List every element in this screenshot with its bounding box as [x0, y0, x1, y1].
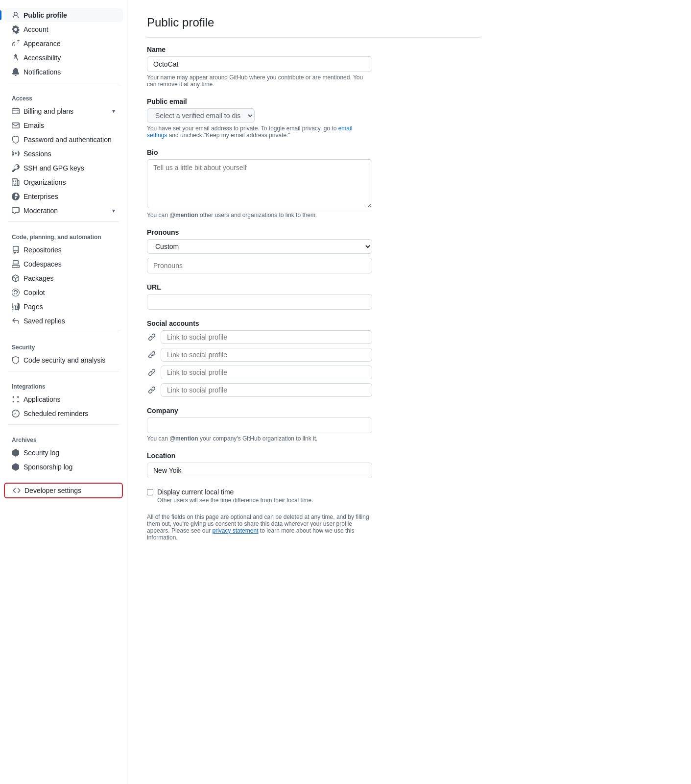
credit-card-icon	[12, 107, 20, 115]
sidebar-item-label: Accessibility	[24, 54, 61, 62]
company-mention: @mention	[169, 435, 198, 442]
sidebar-item-label: SSH and GPG keys	[24, 164, 84, 172]
bio-mention: @mention	[169, 212, 198, 219]
sidebar-item-security-log[interactable]: Security log	[4, 446, 123, 460]
url-section: URL	[147, 283, 480, 310]
person-icon	[12, 11, 20, 19]
sidebar-item-label: Copilot	[24, 289, 45, 296]
social-input-2[interactable]	[161, 348, 372, 362]
sidebar-item-label: Password and authentication	[24, 136, 112, 144]
sidebar-item-ssh-keys[interactable]: SSH and GPG keys	[4, 161, 123, 175]
sidebar-item-moderation[interactable]: Moderation ▾	[4, 204, 123, 218]
sidebar-item-notifications[interactable]: Notifications	[4, 65, 123, 79]
sidebar-divider-4	[8, 371, 119, 371]
sidebar-item-label: Security log	[24, 449, 59, 457]
shield-check-icon	[12, 356, 20, 364]
sidebar-item-copilot[interactable]: Copilot	[4, 286, 123, 299]
company-input[interactable]	[147, 417, 372, 433]
sidebar-item-pages[interactable]: Pages	[4, 300, 123, 314]
sidebar-item-label: Organizations	[24, 178, 66, 186]
local-time-hint: Other users will see the time difference…	[157, 497, 313, 504]
sidebar-item-label: Codespaces	[24, 260, 62, 268]
sidebar-item-emails[interactable]: Emails	[4, 119, 123, 132]
local-time-section: Display current local time Other users w…	[147, 488, 480, 504]
url-input[interactable]	[147, 294, 372, 310]
link-icon-1	[147, 333, 157, 341]
sidebar-item-public-profile[interactable]: Public profile	[4, 8, 123, 22]
sidebar-item-label: Account	[24, 25, 48, 33]
section-label-access: Access	[0, 87, 127, 104]
sidebar-item-label: Emails	[24, 122, 44, 129]
package-icon	[12, 274, 20, 282]
sidebar-item-account[interactable]: Account	[4, 23, 123, 36]
pronouns-label: Pronouns	[147, 228, 480, 236]
sidebar-divider	[8, 83, 119, 83]
local-time-checkbox[interactable]	[147, 489, 153, 495]
developer-settings-label: Developer settings	[24, 487, 81, 494]
privacy-statement-link[interactable]: privacy statement	[212, 527, 258, 534]
sidebar-item-label: Appearance	[24, 40, 61, 48]
name-hint: Your name may appear around GitHub where…	[147, 74, 372, 88]
globe-icon	[12, 193, 20, 200]
pronouns-section: Pronouns Custom	[147, 228, 480, 273]
sidebar-item-code-security[interactable]: Code security and analysis	[4, 353, 123, 367]
bio-textarea[interactable]	[147, 159, 372, 208]
copilot-icon	[12, 289, 20, 296]
sidebar-divider-5	[8, 424, 119, 425]
url-label: URL	[147, 283, 480, 291]
main-content: Public profile Name Your name may appear…	[127, 0, 500, 784]
company-label: Company	[147, 407, 480, 415]
sidebar-item-packages[interactable]: Packages	[4, 271, 123, 285]
sidebar-divider-2	[8, 221, 119, 222]
sidebar-item-repositories[interactable]: Repositories	[4, 243, 123, 257]
location-section: Location	[147, 452, 480, 478]
bio-section: Bio You can @mention other users and org…	[147, 148, 480, 219]
sidebar-item-organizations[interactable]: Organizations	[4, 175, 123, 189]
social-input-4[interactable]	[161, 383, 372, 397]
key-icon	[12, 164, 20, 172]
sidebar-item-scheduled-reminders[interactable]: Scheduled reminders	[4, 407, 123, 420]
social-input-1[interactable]	[161, 330, 372, 344]
public-email-label: Public email	[147, 98, 480, 105]
social-accounts-section: Social accounts	[147, 319, 480, 397]
sidebar-item-sessions[interactable]: Sessions	[4, 147, 123, 161]
sidebar-item-applications[interactable]: Applications	[4, 392, 123, 406]
billing-label: Billing and plans	[24, 107, 73, 115]
pronouns-select[interactable]: Custom	[147, 239, 372, 254]
link-icon-3	[147, 368, 157, 376]
chevron-down-icon: ▾	[112, 108, 115, 115]
email-settings-link[interactable]: email settings	[147, 125, 352, 139]
section-label-security: Security	[0, 336, 127, 353]
sidebar-item-label: Enterprises	[24, 193, 58, 200]
link-icon-2	[147, 351, 157, 359]
sidebar-item-label: Code security and analysis	[24, 356, 105, 364]
sidebar-item-accessibility[interactable]: Accessibility	[4, 51, 123, 65]
shield-icon	[12, 136, 20, 144]
sidebar-item-developer-settings[interactable]: Developer settings	[4, 483, 123, 498]
sidebar-item-label: Scheduled reminders	[24, 410, 88, 417]
email-hint: You have set your email address to priva…	[147, 125, 372, 139]
sidebar-item-password[interactable]: Password and authentication	[4, 133, 123, 147]
email-select[interactable]: Select a verified email to display	[147, 108, 255, 123]
sidebar-item-enterprises[interactable]: Enterprises	[4, 190, 123, 203]
sidebar-item-billing[interactable]: Billing and plans ▾	[4, 104, 123, 118]
sidebar-item-label: Packages	[24, 274, 53, 282]
social-row-1	[147, 330, 372, 344]
sidebar-item-sponsorship-log[interactable]: Sponsorship log	[4, 460, 123, 474]
local-time-label[interactable]: Display current local time	[157, 488, 234, 496]
paintbrush-icon	[12, 40, 20, 48]
social-row-2	[147, 348, 372, 362]
sidebar-divider-3	[8, 332, 119, 332]
sidebar-item-appearance[interactable]: Appearance	[4, 37, 123, 50]
social-input-3[interactable]	[161, 366, 372, 379]
comment-icon	[12, 207, 20, 215]
location-input[interactable]	[147, 463, 372, 478]
name-section: Name Your name may appear around GitHub …	[147, 46, 480, 88]
sidebar-item-saved-replies[interactable]: Saved replies	[4, 314, 123, 328]
chevron-down-icon: ▾	[112, 207, 115, 214]
sidebar-item-codespaces[interactable]: Codespaces	[4, 257, 123, 271]
pronouns-custom-input[interactable]	[147, 258, 372, 273]
apps-icon	[12, 395, 20, 403]
sidebar-item-label: Saved replies	[24, 317, 65, 325]
name-input[interactable]	[147, 56, 372, 72]
